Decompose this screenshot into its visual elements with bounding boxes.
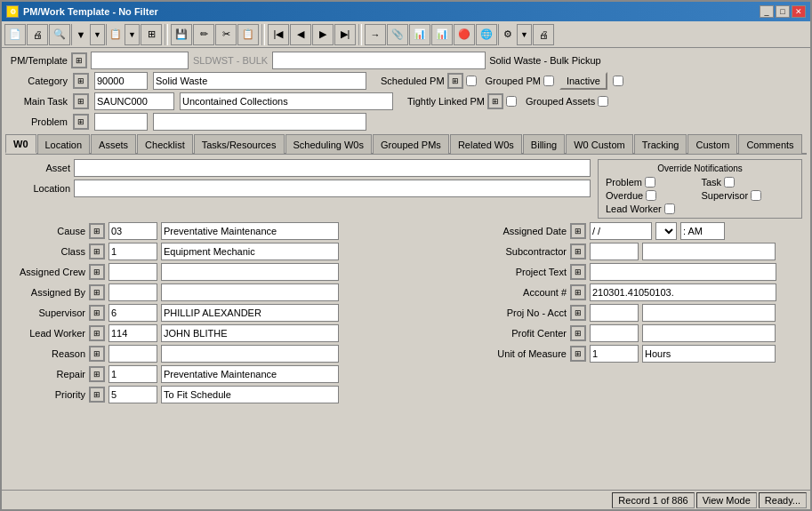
attach-button[interactable]: 📎 xyxy=(387,24,408,45)
uom-code-input[interactable] xyxy=(590,345,639,363)
subcontractor-code-input[interactable] xyxy=(590,243,639,260)
assigned-date-btn[interactable]: ⊞ xyxy=(570,223,586,239)
filter-dropdown[interactable]: ▼ xyxy=(90,25,104,44)
assigned-crew-code-input[interactable] xyxy=(109,263,157,281)
edit-button[interactable]: ✏ xyxy=(193,24,214,45)
settings-dropdown[interactable]: ▼ xyxy=(517,25,531,44)
tab-custom[interactable]: Custom xyxy=(687,134,737,154)
tab-location[interactable]: Location xyxy=(37,134,91,154)
override-supervisor-checkbox[interactable] xyxy=(751,190,761,201)
view-dropdown[interactable]: ▼ xyxy=(125,25,139,44)
pm-template-btn[interactable]: ⊞ xyxy=(71,52,87,68)
proj-no-acct-btn[interactable]: ⊞ xyxy=(570,305,586,321)
repair-btn[interactable]: ⊞ xyxy=(89,366,105,382)
pm-template-code-input[interactable] xyxy=(91,52,189,69)
asset-input[interactable] xyxy=(74,159,591,177)
reason-code-input[interactable] xyxy=(109,345,157,363)
category-btn[interactable]: ⊞ xyxy=(73,73,89,89)
lead-worker-code-input[interactable] xyxy=(109,324,157,342)
main-task-btn[interactable]: ⊞ xyxy=(73,93,89,109)
tightly-linked-btn[interactable]: ⊞ xyxy=(487,93,503,109)
repair-desc-input[interactable] xyxy=(161,365,339,383)
tab-tasks-resources[interactable]: Tasks/Resources xyxy=(194,134,285,154)
prev-button[interactable]: ◀ xyxy=(290,24,311,45)
proj-no-acct-code-input[interactable] xyxy=(590,304,639,322)
grouped-pm-checkbox[interactable] xyxy=(543,76,554,86)
category-desc-input[interactable] xyxy=(153,72,366,90)
delete-button[interactable]: ✂ xyxy=(215,24,237,45)
assigned-by-code-input[interactable] xyxy=(109,283,157,301)
override-problem-checkbox[interactable] xyxy=(645,177,655,188)
assigned-date-dropdown[interactable]: ▼ xyxy=(655,222,677,240)
class-desc-input[interactable] xyxy=(161,243,339,260)
uom-btn[interactable]: ⊞ xyxy=(570,346,586,362)
assigned-by-btn[interactable]: ⊞ xyxy=(89,284,105,300)
profit-center-btn[interactable]: ⊞ xyxy=(570,325,586,341)
grouped-assets-checkbox[interactable] xyxy=(598,96,608,107)
repair-code-input[interactable] xyxy=(109,365,157,383)
project-text-input[interactable] xyxy=(590,263,776,281)
save-button[interactable]: 💾 xyxy=(171,24,192,45)
inactive-button[interactable]: Inactive xyxy=(559,72,607,90)
priority-btn[interactable]: ⊞ xyxy=(89,387,105,403)
cause-code-input[interactable] xyxy=(109,222,157,240)
filter-button[interactable]: ▼ xyxy=(72,24,90,45)
inactive-checkbox[interactable] xyxy=(613,76,623,86)
chart-button[interactable]: 📊 xyxy=(431,24,453,45)
tab-related-wos[interactable]: Related W0s xyxy=(450,134,522,154)
problem-btn[interactable]: ⊞ xyxy=(73,114,89,130)
profit-center-code-input[interactable] xyxy=(590,324,639,342)
grid-button[interactable]: ⊞ xyxy=(141,24,162,45)
view-button[interactable]: 📋 xyxy=(107,24,125,45)
copy-button[interactable]: 📋 xyxy=(237,24,259,45)
priority-code-input[interactable] xyxy=(109,386,157,403)
go-button[interactable]: → xyxy=(365,24,386,45)
subcontractor-desc-input[interactable] xyxy=(642,243,776,260)
tightly-linked-checkbox[interactable] xyxy=(506,96,517,107)
problem-desc-input[interactable] xyxy=(153,113,366,131)
main-task-desc-input[interactable] xyxy=(180,92,393,110)
main-task-code-input[interactable] xyxy=(94,92,174,110)
new-button[interactable]: 📄 xyxy=(4,24,26,45)
subcontractor-btn[interactable]: ⊞ xyxy=(570,244,586,259)
problem-code-input[interactable] xyxy=(94,113,148,131)
category-code-input[interactable] xyxy=(94,72,148,90)
lead-worker-desc-input[interactable] xyxy=(161,324,339,342)
supervisor-desc-input[interactable] xyxy=(161,304,339,322)
tab-comments[interactable]: Comments xyxy=(738,134,801,154)
account-input[interactable] xyxy=(590,283,776,301)
priority-desc-input[interactable] xyxy=(161,386,339,403)
tab-tracking[interactable]: Tracking xyxy=(634,134,687,154)
location-input[interactable] xyxy=(74,180,591,197)
reason-btn[interactable]: ⊞ xyxy=(89,346,105,362)
reason-desc-input[interactable] xyxy=(161,345,339,363)
class-code-input[interactable] xyxy=(109,243,157,260)
tab-wo[interactable]: W0 xyxy=(5,134,36,154)
assigned-time-input[interactable] xyxy=(680,222,725,240)
tab-checklist[interactable]: Checklist xyxy=(137,134,193,154)
supervisor-btn[interactable]: ⊞ xyxy=(89,305,105,321)
pm-template-desc-input[interactable] xyxy=(272,52,486,69)
override-lead-worker-checkbox[interactable] xyxy=(664,204,675,214)
settings-button[interactable]: ⚙ xyxy=(499,24,517,45)
cause-btn[interactable]: ⊞ xyxy=(89,223,105,239)
uom-desc-input[interactable] xyxy=(642,345,776,363)
supervisor-code-input[interactable] xyxy=(109,304,157,322)
tab-grouped-pms[interactable]: Grouped PMs xyxy=(373,134,449,154)
tab-billing[interactable]: Billing xyxy=(523,134,565,154)
assigned-by-desc-input[interactable] xyxy=(161,283,339,301)
account-btn[interactable]: ⊞ xyxy=(570,284,586,300)
profit-center-desc-input[interactable] xyxy=(642,324,776,342)
next-button[interactable]: ▶ xyxy=(312,24,334,45)
tab-wo-custom[interactable]: W0 Custom xyxy=(566,134,632,154)
scheduled-pm-btn[interactable]: ⊞ xyxy=(447,73,463,89)
last-button[interactable]: ▶| xyxy=(334,24,356,45)
close-button[interactable]: ✕ xyxy=(792,5,806,18)
lead-worker-btn[interactable]: ⊞ xyxy=(89,325,105,341)
print-button[interactable]: 🖨 xyxy=(27,24,48,45)
tab-assets[interactable]: Assets xyxy=(91,134,136,154)
tab-scheduling-wos[interactable]: Scheduling W0s xyxy=(285,134,373,154)
override-overdue-checkbox[interactable] xyxy=(646,190,656,201)
override-task-checkbox[interactable] xyxy=(724,177,735,188)
assigned-crew-desc-input[interactable] xyxy=(161,263,339,281)
